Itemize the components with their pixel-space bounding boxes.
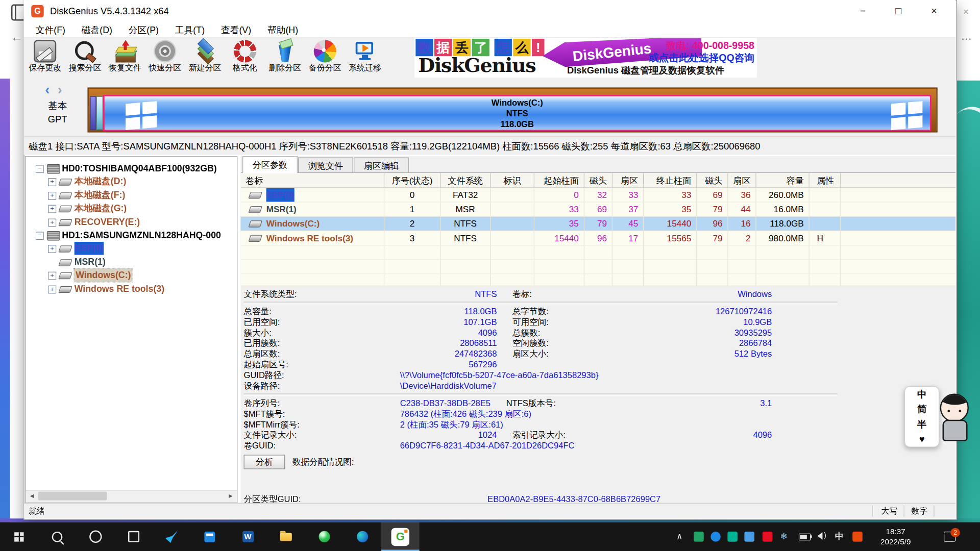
ime-indicator[interactable]: 中 [835, 531, 844, 542]
ime-simplified[interactable]: 简 [905, 402, 939, 416]
detail-value: 567296 [400, 359, 497, 370]
maximize-button[interactable]: □ [880, 0, 916, 22]
cortana-button[interactable] [76, 522, 114, 551]
scrollbar-thumb[interactable] [38, 492, 107, 500]
backup-partition-button[interactable]: 备份分区 [305, 38, 345, 78]
esp-partition-block[interactable] [90, 96, 96, 130]
windows-c-partition-block[interactable]: Windows(C:) NTFS 118.0GB [103, 95, 931, 131]
tray-blue-circle-icon[interactable] [710, 532, 721, 542]
tab-browse-files[interactable]: 浏览文件 [298, 158, 353, 173]
col-start-head[interactable]: 磁头 [584, 173, 612, 187]
search-partition-button[interactable]: 搜索分区 [65, 38, 105, 78]
file-explorer-button[interactable] [267, 522, 305, 551]
tray-red-icon[interactable] [763, 532, 773, 542]
partition-detail-panel: 分区参数 浏览文件 扇区编辑 卷标 序号(状态) 文件系统 标识 起始柱面 磁头… [240, 156, 955, 503]
search-partition-label: 搜索分区 [65, 62, 105, 73]
background-close-icon[interactable]: × [963, 6, 969, 17]
new-partition-button[interactable]: 新建分区 [185, 38, 225, 78]
battery-icon[interactable] [799, 534, 811, 540]
collapse-icon[interactable]: − [36, 165, 44, 173]
back-arrow-icon[interactable]: ← [11, 30, 23, 44]
task-view-button[interactable] [114, 522, 153, 551]
menu-file[interactable]: 文件(F) [28, 24, 74, 36]
menu-help[interactable]: 帮助(H) [259, 24, 306, 36]
col-attributes[interactable]: 属性 [810, 173, 841, 187]
detail-label: 设备路径: [244, 381, 400, 391]
minimize-button[interactable]: − [845, 0, 881, 22]
search-icon [74, 40, 96, 62]
col-flag[interactable]: 标识 [491, 173, 534, 187]
scroll-right-icon[interactable]: ► [225, 490, 236, 502]
ime-lang-chinese[interactable]: 中 [905, 387, 939, 402]
tray-blue-square-icon[interactable] [744, 532, 754, 542]
tab-sector-editor[interactable]: 扇区编辑 [354, 158, 409, 173]
expand-icon[interactable]: + [48, 192, 56, 200]
pinned-app-1[interactable] [153, 522, 191, 551]
col-start-cylinder[interactable]: 起始柱面 [534, 173, 584, 187]
msr-partition-block[interactable] [96, 96, 103, 130]
expand-icon[interactable]: + [48, 272, 56, 280]
tray-green-shield-icon[interactable] [694, 532, 704, 542]
background-more-icon[interactable]: ⋯ [961, 33, 972, 46]
detail-value: 2866784 [739, 338, 772, 348]
close-button[interactable]: × [916, 0, 952, 22]
pinned-app-browser[interactable] [305, 522, 344, 551]
table-row-esp[interactable]: ESP(0) 0 FAT32 0 32 33 33 69 36 260.0MB [240, 188, 955, 203]
table-row-msr[interactable]: MSR(1) 1 MSR 33 69 37 35 79 44 16.0MB [240, 203, 955, 217]
menu-view[interactable]: 查看(V) [213, 24, 259, 36]
taskbar-search-button[interactable] [38, 522, 77, 551]
table-row-windows-c[interactable]: Windows(C:) 2 NTFS 35 79 45 15440 96 16 … [240, 217, 955, 231]
ad-qq-link[interactable]: 或点击此处选择QQ咨询 [649, 52, 754, 65]
action-center-icon[interactable]: 2 [944, 532, 955, 542]
table-row-windows-re[interactable]: Windows RE tools(3) 3 NTFS 15440 96 17 1… [240, 231, 955, 245]
col-volume-label[interactable]: 卷标 [240, 173, 384, 187]
col-filesystem[interactable]: 文件系统 [440, 173, 491, 187]
recover-files-button[interactable]: 恢复文件 [105, 38, 145, 78]
ad-banner[interactable]: 数 据 丢 了 怎 么 ! DiskGenius DiskGenius 致电: … [414, 38, 757, 78]
snowflake-icon[interactable]: ❄ [780, 531, 787, 541]
pinned-app-edge[interactable] [343, 522, 381, 551]
format-ring-icon [234, 40, 256, 62]
pinned-app-store[interactable] [190, 522, 229, 551]
quick-partition-button[interactable]: 快速分区 [145, 38, 185, 78]
menu-disk[interactable]: 磁盘(D) [74, 24, 120, 36]
tray-orange-icon[interactable] [852, 532, 863, 542]
menu-partition[interactable]: 分区(P) [120, 24, 167, 36]
col-seq-status[interactable]: 序号(状态) [384, 173, 440, 187]
format-button[interactable]: 格式化 [225, 38, 265, 78]
system-migration-button[interactable]: 系统迁移 [345, 38, 385, 78]
ime-halfwidth[interactable]: 半 [905, 417, 939, 432]
col-end-head[interactable]: 磁头 [697, 173, 728, 187]
taskbar-clock[interactable]: 18:37 2022/5/9 [872, 527, 919, 546]
menu-tools[interactable]: 工具(T) [167, 24, 213, 36]
expand-icon[interactable]: + [48, 219, 56, 227]
detail-label: 文件记录大小: [244, 430, 400, 440]
expand-icon[interactable]: + [48, 178, 56, 186]
prev-disk-arrow-icon[interactable]: ‹ [45, 82, 50, 98]
heart-icon[interactable]: ♥ [905, 432, 939, 446]
col-capacity[interactable]: 容量 [756, 173, 810, 187]
tree-horizontal-scrollbar[interactable]: ◄ ► [26, 490, 237, 502]
start-button[interactable] [0, 522, 38, 551]
col-start-sector[interactable]: 扇区 [612, 173, 644, 187]
partition-name: Windows(C:) [104, 97, 930, 108]
col-end-sector[interactable]: 扇区 [728, 173, 756, 187]
expand-icon[interactable]: + [48, 245, 56, 253]
partition-icon [58, 206, 72, 212]
scroll-left-icon[interactable]: ◄ [26, 490, 37, 502]
analyze-button[interactable]: 分析 [244, 455, 285, 469]
hidden-icons-chevron[interactable]: ∧ [676, 531, 683, 541]
expand-icon[interactable]: + [48, 205, 56, 213]
tray-teal-icon[interactable] [727, 532, 738, 542]
pinned-app-word[interactable]: W [229, 522, 267, 551]
collapse-icon[interactable]: − [36, 232, 44, 240]
ime-toolbar[interactable]: 中 简 半 ♥ [904, 386, 940, 447]
expand-icon[interactable]: + [48, 286, 56, 294]
speaker-icon[interactable] [818, 532, 823, 540]
tab-partition-parameters[interactable]: 分区参数 [242, 156, 298, 173]
save-changes-button[interactable]: 保存更改 [25, 38, 65, 78]
col-end-cylinder[interactable]: 终止柱面 [644, 173, 697, 187]
next-disk-arrow-icon[interactable]: › [58, 82, 62, 98]
delete-partition-button[interactable]: 删除分区 [265, 38, 305, 78]
diskgenius-taskbar-button[interactable]: G [381, 522, 420, 551]
